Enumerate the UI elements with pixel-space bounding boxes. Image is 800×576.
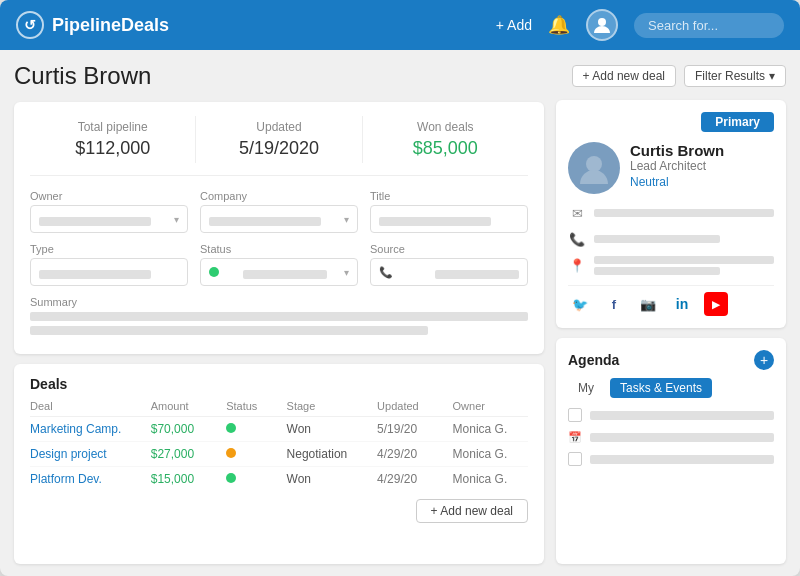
deal-dot-0 [226,423,236,433]
agenda-header: Agenda + [568,350,774,370]
title-label: Title [370,190,528,202]
won-deals-label: Won deals [371,120,520,134]
deal-stage-2: Won [287,472,378,486]
source-input[interactable]: 📞 [370,258,528,286]
company-label: Company [200,190,358,202]
source-group: Source 📞 [370,243,528,286]
action-bar: + Add new deal Filter Results ▾ [556,62,786,90]
deal-dot-1 [226,448,236,458]
email-field-row: ✉ [568,204,774,222]
location-bars [594,256,774,275]
deal-amount-2: $15,000 [151,472,226,486]
deal-stage-0: Won [287,422,378,436]
contact-fields: ✉ 📞 📍 [568,204,774,275]
deal-name-1[interactable]: Design project [30,447,151,461]
deal-amount-1: $27,000 [151,447,226,461]
agenda-title: Agenda [568,352,754,368]
deals-card: Deals Deal Amount Status Stage Updated O… [14,364,544,564]
table-row: Design project $27,000 Negotiation 4/29/… [30,442,528,467]
deal-updated-0: 5/19/20 [377,422,452,436]
agenda-item-1 [568,408,774,422]
phone-field-row: 📞 [568,230,774,248]
add-new-deal-button[interactable]: + Add new deal [572,65,676,87]
summary-lines [30,312,528,335]
col-status-header: Status [226,400,286,412]
title-group: Title [370,190,528,233]
col-deal-header: Deal [30,400,151,412]
facebook-icon[interactable]: f [602,292,626,316]
deals-header: Deals [30,376,528,392]
instagram-icon[interactable]: 📷 [636,292,660,316]
deal-stage-1: Negotiation [287,447,378,461]
deal-owner-1: Monica G. [453,447,528,461]
location-field-row: 📍 [568,256,774,275]
agenda-items: 📅 [568,408,774,466]
stats-row: Total pipeline $112,000 Updated 5/19/202… [30,116,528,176]
filter-button[interactable]: Filter Results ▾ [684,65,786,87]
deal-name-0[interactable]: Marketing Camp. [30,422,151,436]
source-label: Source [370,243,528,255]
deals-title: Deals [30,376,528,392]
type-group: Type [30,243,188,286]
add-button[interactable]: + Add [496,17,532,33]
deal-name-2[interactable]: Platform Dev. [30,472,151,486]
contact-info: Curtis Brown Lead Architect Neutral [630,142,774,189]
agenda-item-2: 📅 [568,430,774,444]
email-icon: ✉ [568,204,586,222]
phone-bar-1 [594,235,720,243]
agenda-bar-1 [590,411,774,420]
summary-line-2 [30,326,428,335]
youtube-icon[interactable]: ▶ [704,292,728,316]
logo-icon [16,11,44,39]
notification-icon[interactable]: 🔔 [548,14,570,36]
add-new-deal-footer-button[interactable]: + Add new deal [416,499,528,523]
contact-status: Neutral [630,175,774,189]
agenda-checkbox-1[interactable] [568,408,582,422]
deal-status-0 [226,422,286,436]
status-input[interactable]: ▾ [200,258,358,286]
deal-updated-1: 4/29/20 [377,447,452,461]
contact-header: Curtis Brown Lead Architect Neutral [568,142,774,194]
agenda-tab-tasks[interactable]: Tasks & Events [610,378,712,398]
status-arrow: ▾ [344,267,349,278]
deal-status-2 [226,472,286,486]
col-stage-header: Stage [287,400,378,412]
title-input[interactable] [370,205,528,233]
filter-label: Filter Results [695,69,765,83]
location-bar-1 [594,256,774,264]
total-pipeline-stat: Total pipeline $112,000 [30,116,196,163]
summary-line-1 [30,312,528,321]
won-deals-stat: Won deals $85,000 [363,116,528,163]
main-content: Curtis Brown Total pipeline $112,000 Upd… [0,50,800,576]
linkedin-icon[interactable]: in [670,292,694,316]
user-avatar[interactable] [586,9,618,41]
location-icon: 📍 [568,257,586,275]
agenda-tab-my[interactable]: My [568,378,604,398]
agenda-checkbox-2[interactable] [568,452,582,466]
agenda-item-3 [568,452,774,466]
owner-arrow: ▾ [174,214,179,225]
owner-input[interactable]: ▾ [30,205,188,233]
twitter-icon[interactable]: 🐦 [568,292,592,316]
deal-dot-2 [226,473,236,483]
primary-tab[interactable]: Primary [701,112,774,132]
deal-amount-0: $70,000 [151,422,226,436]
table-row: Marketing Camp. $70,000 Won 5/19/20 Moni… [30,417,528,442]
col-owner-header: Owner [453,400,528,412]
type-input[interactable] [30,258,188,286]
agenda-tabs: My Tasks & Events [568,378,774,398]
status-group: Status ▾ [200,243,358,286]
left-panel: Curtis Brown Total pipeline $112,000 Upd… [14,62,544,564]
search-input[interactable] [634,13,784,38]
primary-tab-bar: Primary [568,112,774,132]
agenda-add-button[interactable]: + [754,350,774,370]
col-updated-header: Updated [377,400,452,412]
company-group: Company ▾ [200,190,358,233]
phone-field-icon: 📞 [568,230,586,248]
location-bar-2 [594,267,720,275]
company-input[interactable]: ▾ [200,205,358,233]
updated-value: 5/19/2020 [204,138,353,159]
deal-updated-2: 4/29/20 [377,472,452,486]
deal-owner-2: Monica G. [453,472,528,486]
app-window: PipelineDeals + Add 🔔 Curtis Brown Total… [0,0,800,576]
